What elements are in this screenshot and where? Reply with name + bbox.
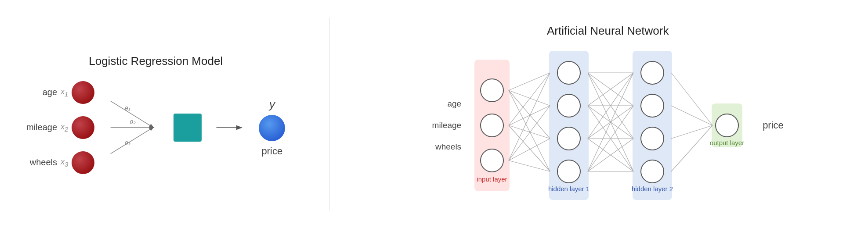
- ann-price-label: price: [763, 120, 784, 131]
- label-mileage: mileage: [26, 122, 57, 132]
- label-age: age: [31, 87, 57, 97]
- svg-text:input layer: input layer: [477, 175, 507, 183]
- svg-point-48: [557, 127, 580, 150]
- ann-title: Artificial Neural Network: [547, 24, 669, 38]
- hypothesis-box: [174, 114, 202, 142]
- svg-text:hidden layer 1: hidden layer 1: [548, 185, 590, 192]
- svg-line-16: [509, 106, 550, 125]
- svg-line-2: [111, 127, 153, 153]
- svg-line-11: [509, 73, 550, 90]
- input-row-age: age x1: [31, 81, 94, 104]
- svg-point-47: [557, 94, 580, 117]
- svg-text:θ₁: θ₁: [125, 105, 130, 111]
- svg-point-51: [641, 94, 664, 117]
- ann-label-wheels: wheels: [435, 142, 461, 151]
- svg-point-44: [481, 114, 503, 137]
- svg-line-14: [509, 90, 550, 171]
- subscript-x1: x1: [61, 87, 68, 98]
- output-node: [259, 115, 285, 141]
- arrows-theta: θ₁ θ₂ θ₃: [108, 93, 160, 163]
- input-row-wheels: wheels x3: [30, 151, 95, 174]
- mid-arrow: [215, 121, 246, 134]
- svg-line-15: [509, 73, 550, 125]
- y-label: y: [269, 98, 275, 111]
- svg-point-45: [481, 149, 503, 172]
- ann-svg: input layer hidden layer 1 hidden layer …: [466, 46, 756, 204]
- svg-text:output layer: output layer: [710, 139, 744, 146]
- svg-line-40: [671, 106, 712, 125]
- logistic-section: Logistic Regression Model age x1 mileage…: [26, 54, 285, 174]
- input-row-mileage: mileage x2: [26, 116, 94, 139]
- svg-point-52: [641, 127, 664, 150]
- svg-point-54: [716, 114, 738, 137]
- svg-point-46: [557, 61, 580, 84]
- subscript-x3: x3: [61, 157, 68, 168]
- node-age: [72, 81, 94, 104]
- svg-line-21: [509, 139, 550, 160]
- logistic-output: y price: [259, 98, 285, 157]
- node-wheels: [72, 151, 94, 174]
- svg-text:θ₂: θ₂: [130, 118, 136, 125]
- subscript-x2: x2: [61, 122, 68, 133]
- svg-line-22: [509, 160, 550, 171]
- svg-line-39: [671, 73, 712, 125]
- svg-text:θ₃: θ₃: [125, 140, 130, 146]
- ann-section: Artificial Neural Network age mileage wh…: [374, 24, 842, 204]
- divider: [329, 18, 330, 210]
- svg-line-19: [509, 73, 550, 160]
- logistic-input-nodes: age x1 mileage x2 wheels x3: [26, 81, 94, 174]
- ann-input-labels: age mileage wheels: [432, 100, 462, 151]
- svg-point-50: [641, 61, 664, 84]
- svg-line-20: [509, 106, 550, 160]
- svg-point-43: [481, 79, 503, 102]
- ann-label-mileage: mileage: [432, 121, 462, 129]
- main-container: Logistic Regression Model age x1 mileage…: [0, 0, 868, 228]
- node-mileage: [72, 116, 94, 139]
- svg-point-49: [557, 160, 580, 183]
- ann-right: age mileage wheels: [432, 46, 784, 204]
- logistic-diagram: age x1 mileage x2 wheels x3: [26, 81, 285, 174]
- logistic-price-label: price: [262, 146, 283, 157]
- label-wheels: wheels: [30, 157, 57, 167]
- svg-point-53: [641, 160, 664, 183]
- svg-line-42: [671, 125, 712, 171]
- svg-line-18: [509, 125, 550, 171]
- logistic-title: Logistic Regression Model: [89, 54, 223, 68]
- svg-line-12: [509, 90, 550, 106]
- svg-text:hidden layer 2: hidden layer 2: [632, 185, 673, 192]
- ann-label-age: age: [447, 100, 461, 108]
